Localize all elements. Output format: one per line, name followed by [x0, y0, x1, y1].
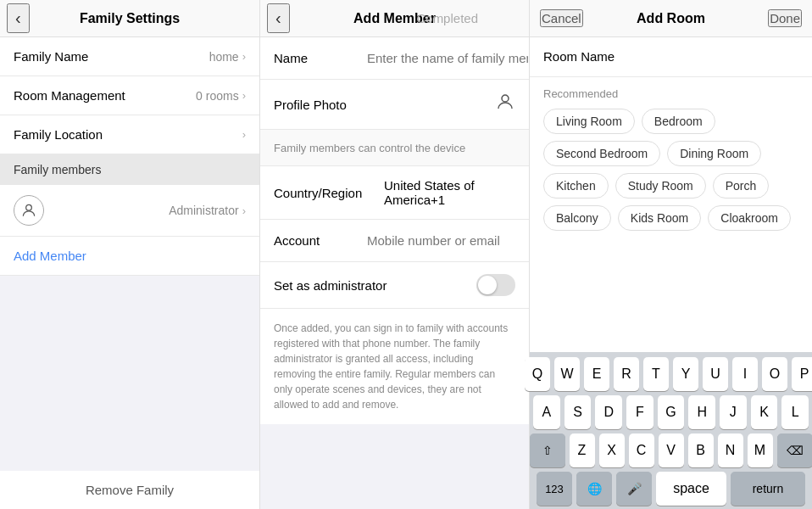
svg-point-0	[26, 204, 32, 210]
room-management-item[interactable]: Room Management 0 rooms ›	[0, 76, 259, 115]
info-text: Once added, you can sign in to family wi…	[274, 321, 515, 412]
key-space[interactable]: space	[656, 472, 726, 506]
add-member-panel: Name Profile Photo Family members can co…	[260, 37, 530, 509]
chevron-icon: ›	[242, 89, 246, 102]
room-chip[interactable]: Second Bedroom	[543, 141, 660, 166]
key-x[interactable]: X	[599, 433, 625, 467]
chevron-icon: ›	[242, 50, 246, 63]
key-return[interactable]: return	[731, 472, 805, 506]
room-chips: Living RoomBedroomSecond BedroomDining R…	[543, 109, 798, 231]
room-name-row: Room Name	[530, 37, 812, 77]
recommended-label: Recommended	[543, 87, 798, 100]
key-q[interactable]: Q	[525, 357, 550, 391]
panel3-title: Add Room	[637, 11, 705, 26]
person-icon	[495, 92, 515, 117]
family-name-value: home ›	[209, 50, 246, 64]
family-settings-panel: Family Name home › Room Management 0 roo…	[0, 37, 260, 509]
room-chip[interactable]: Porch	[713, 173, 770, 199]
account-label: Account	[274, 233, 367, 248]
remove-family-button[interactable]: Remove Family	[0, 471, 259, 509]
key-⇧[interactable]: ⇧	[530, 433, 565, 467]
panel2-back-button[interactable]: ‹	[267, 3, 290, 33]
key-o[interactable]: O	[762, 357, 787, 391]
set-admin-row[interactable]: Set as administrator	[260, 262, 529, 309]
device-control-text: Family members can control the device	[274, 142, 465, 154]
room-chip[interactable]: Study Room	[615, 173, 706, 199]
chevron-icon: ›	[242, 204, 246, 217]
toggle-knob	[478, 276, 497, 294]
room-chip[interactable]: Living Room	[543, 109, 635, 134]
key-⌫[interactable]: ⌫	[777, 433, 813, 467]
key-m[interactable]: M	[748, 433, 773, 467]
key-n[interactable]: N	[718, 433, 743, 467]
key-c[interactable]: C	[629, 433, 654, 467]
name-row: Name	[260, 37, 529, 80]
chevron-icon: ›	[242, 128, 246, 141]
family-location-value: ›	[242, 128, 246, 141]
key-l[interactable]: L	[781, 395, 809, 429]
member-role: Administrator ›	[169, 204, 246, 217]
panel2-nav: ‹ Add Member Completed	[260, 0, 530, 37]
device-control-row: Family members can control the device	[260, 130, 529, 166]
key-d[interactable]: D	[595, 395, 622, 429]
member-item[interactable]: Administrator ›	[0, 185, 259, 237]
key-t[interactable]: T	[643, 357, 669, 391]
room-chip[interactable]: Bedroom	[642, 109, 715, 134]
key-h[interactable]: H	[688, 395, 715, 429]
panel3-nav: Cancel Add Room Done	[530, 0, 812, 37]
name-label: Name	[274, 51, 367, 65]
family-name-item[interactable]: Family Name home ›	[0, 37, 259, 76]
spacer	[0, 276, 259, 457]
admin-toggle[interactable]	[476, 274, 515, 296]
country-value: United States of America+1	[384, 178, 515, 207]
country-row[interactable]: Country/Region United States of America+…	[260, 166, 529, 220]
country-label: Country/Region	[274, 186, 384, 200]
panel1-nav: ‹ Family Settings	[0, 0, 260, 37]
key-f[interactable]: F	[626, 395, 653, 429]
key-🌐[interactable]: 🌐	[576, 472, 612, 506]
svg-point-1	[502, 95, 509, 102]
room-name-label: Room Name	[543, 49, 615, 64]
panel3-cancel-button[interactable]: Cancel	[540, 9, 583, 27]
key-e[interactable]: E	[584, 357, 609, 391]
name-input[interactable]	[367, 51, 528, 65]
room-chip[interactable]: Cloakroom	[708, 205, 791, 231]
key-u[interactable]: U	[703, 357, 728, 391]
add-member-button[interactable]: Add Member	[0, 237, 259, 276]
room-chip[interactable]: Dining Room	[667, 141, 761, 166]
key-j[interactable]: J	[720, 395, 747, 429]
room-chip[interactable]: Kids Room	[618, 205, 701, 231]
room-management-value: 0 rooms ›	[196, 89, 246, 103]
panel1-back-button[interactable]: ‹	[7, 3, 30, 33]
key-i[interactable]: I	[732, 357, 758, 391]
key-z[interactable]: Z	[570, 433, 595, 467]
add-room-panel: Room Name Recommended Living RoomBedroom…	[530, 37, 812, 509]
room-chip[interactable]: Balcony	[543, 205, 611, 231]
key-123[interactable]: 123	[537, 472, 572, 506]
room-management-label: Room Management	[14, 88, 125, 103]
account-row: Account	[260, 220, 529, 262]
family-members-header: Family members	[0, 154, 259, 185]
family-name-label: Family Name	[14, 49, 88, 64]
avatar	[14, 195, 44, 226]
key-a[interactable]: A	[533, 395, 560, 429]
key-r[interactable]: R	[614, 357, 639, 391]
key-s[interactable]: S	[565, 395, 592, 429]
set-admin-label: Set as administrator	[274, 278, 387, 293]
key-b[interactable]: B	[688, 433, 714, 467]
key-g[interactable]: G	[658, 395, 685, 429]
panel3-done-button[interactable]: Done	[768, 9, 802, 27]
panel1-title: Family Settings	[80, 11, 180, 26]
profile-photo-row[interactable]: Profile Photo	[260, 80, 529, 130]
account-input[interactable]	[367, 233, 528, 248]
key-k[interactable]: K	[751, 395, 778, 429]
panel2-completed[interactable]: Completed	[416, 11, 478, 25]
key-w[interactable]: W	[554, 357, 580, 391]
key-y[interactable]: Y	[673, 357, 698, 391]
key-p[interactable]: P	[792, 357, 812, 391]
key-🎤[interactable]: 🎤	[616, 472, 652, 506]
key-v[interactable]: V	[659, 433, 684, 467]
family-location-item[interactable]: Family Location ›	[0, 115, 259, 154]
room-chip[interactable]: Kitchen	[543, 173, 609, 199]
family-location-label: Family Location	[14, 127, 103, 142]
